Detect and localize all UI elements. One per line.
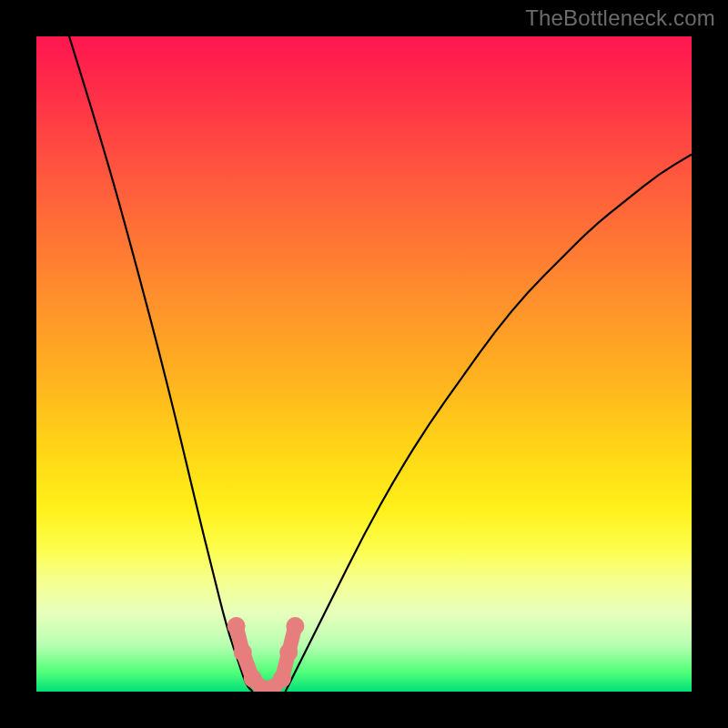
curve-left [69,36,253,692]
minimum-dot [286,617,304,635]
minimum-dots-group [228,617,305,692]
minimum-dot [234,643,252,662]
minimum-dot [273,670,291,688]
minimum-dot [279,643,298,662]
curve-right [286,155,692,692]
minimum-dot [228,617,246,635]
chart-frame: TheBottleneck.com [0,0,728,728]
watermark-text: TheBottleneck.com [525,5,715,31]
plot-area [36,36,692,692]
chart-svg [36,36,692,692]
